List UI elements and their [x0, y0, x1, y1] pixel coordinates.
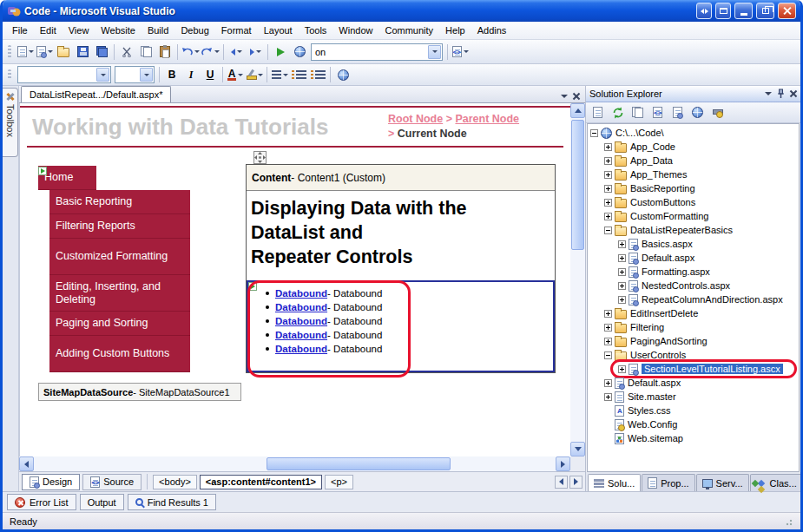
menu-help[interactable]: Help: [439, 23, 471, 38]
tree-item-datalistrepeaterbasics[interactable]: DataListRepeaterBasics: [588, 223, 799, 237]
tree-item-website-root[interactable]: C:\...\Code\: [588, 126, 799, 140]
toolbox-tab[interactable]: Toolbox: [3, 88, 18, 157]
view-code-button[interactable]: [648, 104, 667, 122]
nav-item-editing-inserting-deleting[interactable]: Editing, Inserting, and Deleting: [49, 275, 190, 312]
source-view-tab[interactable]: Source: [82, 474, 142, 490]
tree-item-default-aspx-root[interactable]: Default.aspx: [588, 376, 799, 390]
nav-item-filtering-reports[interactable]: Filtering Reports: [49, 214, 190, 239]
navigate-back-button[interactable]: [227, 43, 246, 62]
tree-item-basics-aspx[interactable]: Basics.aspx: [588, 237, 799, 251]
menu-website[interactable]: Website: [95, 23, 142, 38]
nest-related-files-button[interactable]: [629, 104, 647, 122]
nav-item-paging-sorting[interactable]: Paging and Sorting: [49, 312, 190, 336]
menu-tools[interactable]: Tools: [299, 23, 333, 38]
expander-plus-icon[interactable]: [618, 268, 626, 276]
restore-button[interactable]: [756, 3, 774, 19]
breadcrumb-parent-link[interactable]: Parent Node: [455, 113, 519, 125]
solution-explorer-titlebar[interactable]: Solution Explorer: [586, 86, 800, 102]
breadcrumb-root-link[interactable]: Root Node: [388, 113, 443, 125]
resize-grip[interactable]: [782, 516, 793, 527]
tree-item-app-code[interactable]: App_Code: [588, 140, 799, 154]
expander-minus-icon[interactable]: [604, 351, 612, 359]
browse-button[interactable]: [290, 43, 309, 62]
databound-link[interactable]: Databound: [275, 330, 327, 340]
xml-tools-button[interactable]: [451, 43, 470, 62]
tag-p-button[interactable]: <p>: [325, 475, 353, 489]
databound-link[interactable]: Databound: [275, 344, 327, 354]
scroll-down-button[interactable]: [570, 442, 585, 456]
vertical-scroll-track[interactable]: [570, 118, 585, 442]
expander-plus-icon[interactable]: [618, 282, 626, 290]
window-mode-button[interactable]: [715, 3, 731, 19]
expander-minus-icon[interactable]: [590, 129, 598, 137]
expander-plus-icon[interactable]: [604, 310, 612, 318]
move-handle-icon[interactable]: [253, 151, 267, 164]
font-size-combobox[interactable]: [115, 66, 155, 83]
redo-button[interactable]: [201, 43, 220, 62]
tree-item-basicreporting[interactable]: BasicReporting: [588, 181, 799, 195]
nav-item-adding-custom-buttons[interactable]: Adding Custom Buttons: [49, 336, 190, 372]
nav-item-home[interactable]: Home: [38, 166, 96, 190]
vertical-scrollbar[interactable]: [570, 103, 585, 456]
design-surface[interactable]: Working with Data Tutorials Root Node > …: [19, 103, 570, 456]
nav-item-basic-reporting[interactable]: Basic Reporting: [49, 190, 190, 214]
tree-item-web-sitemap[interactable]: Web.sitemap: [588, 431, 799, 445]
toolbar-grip[interactable]: [8, 45, 11, 58]
font-color-button[interactable]: A: [226, 65, 245, 84]
menu-debug[interactable]: Debug: [174, 23, 214, 38]
titlebar[interactable]: Code - Microsoft Visual Studio: [3, 0, 800, 22]
tree-item-site-master[interactable]: Site.master: [588, 390, 799, 404]
tab-class-view[interactable]: Clas...: [750, 474, 803, 491]
menu-community[interactable]: Community: [378, 23, 439, 38]
numbered-list-button[interactable]: [289, 65, 308, 84]
hyperlink-button[interactable]: [333, 65, 352, 84]
scroll-up-button[interactable]: [570, 103, 585, 118]
save-all-button[interactable]: [92, 43, 111, 62]
tree-item-styles-css[interactable]: Styles.css: [588, 404, 799, 417]
expander-plus-icon[interactable]: [604, 379, 612, 387]
tab-properties[interactable]: Prop...: [642, 474, 694, 491]
content-placeholder-header[interactable]: Content - Content1 (Custom): [247, 165, 555, 191]
menu-window[interactable]: Window: [332, 23, 378, 38]
tag-body-button[interactable]: <body>: [153, 475, 197, 489]
menu-layout[interactable]: Layout: [258, 23, 299, 38]
navigate-forward-button[interactable]: [246, 43, 265, 62]
expander-plus-icon[interactable]: [618, 365, 626, 373]
add-item-button[interactable]: [35, 43, 54, 62]
open-file-button[interactable]: [54, 43, 73, 62]
scroll-right-button[interactable]: [556, 456, 570, 471]
tree-item-formatting-aspx[interactable]: Formatting.aspx: [588, 265, 799, 279]
horizontal-scrollbar[interactable]: [19, 456, 585, 471]
scroll-left-button[interactable]: [19, 456, 34, 471]
refresh-button[interactable]: [609, 104, 627, 122]
tag-scroll-right-button[interactable]: [569, 476, 583, 489]
nav-item-customized-formatting[interactable]: Customized Formatting: [49, 239, 190, 275]
menu-addins[interactable]: Addins: [471, 23, 513, 38]
aspnet-configuration-button[interactable]: [708, 104, 727, 122]
alignment-button[interactable]: [270, 65, 289, 84]
close-button[interactable]: [778, 3, 796, 19]
pin-icon[interactable]: [776, 89, 786, 99]
smart-tag-glyph-icon[interactable]: [248, 282, 257, 291]
menu-build[interactable]: Build: [142, 23, 174, 38]
smart-tag-glyph-icon[interactable]: [38, 167, 47, 175]
horizontal-scroll-thumb[interactable]: [267, 457, 451, 470]
expander-plus-icon[interactable]: [604, 157, 612, 165]
tab-solution-explorer[interactable]: Solu...: [588, 474, 641, 491]
databound-link[interactable]: Databound: [275, 316, 327, 326]
combobox-dropdown-button[interactable]: [428, 45, 441, 59]
expander-plus-icon[interactable]: [604, 185, 612, 193]
tab-error-list[interactable]: Error List: [7, 494, 76, 510]
tree-item-default-aspx-folder[interactable]: Default.aspx: [588, 251, 799, 265]
close-panel-icon[interactable]: [790, 90, 797, 97]
design-view-tab[interactable]: Design: [22, 474, 80, 490]
databound-link[interactable]: Databound: [275, 302, 327, 312]
expander-plus-icon[interactable]: [604, 324, 612, 332]
expander-plus-icon[interactable]: [618, 254, 626, 262]
horizontal-scroll-track[interactable]: [34, 456, 556, 471]
tab-find-results[interactable]: Find Results 1: [128, 494, 216, 510]
menu-edit[interactable]: Edit: [34, 23, 63, 38]
expander-minus-icon[interactable]: [604, 227, 612, 234]
view-designer-button[interactable]: [668, 104, 687, 122]
italic-button[interactable]: I: [181, 65, 201, 84]
